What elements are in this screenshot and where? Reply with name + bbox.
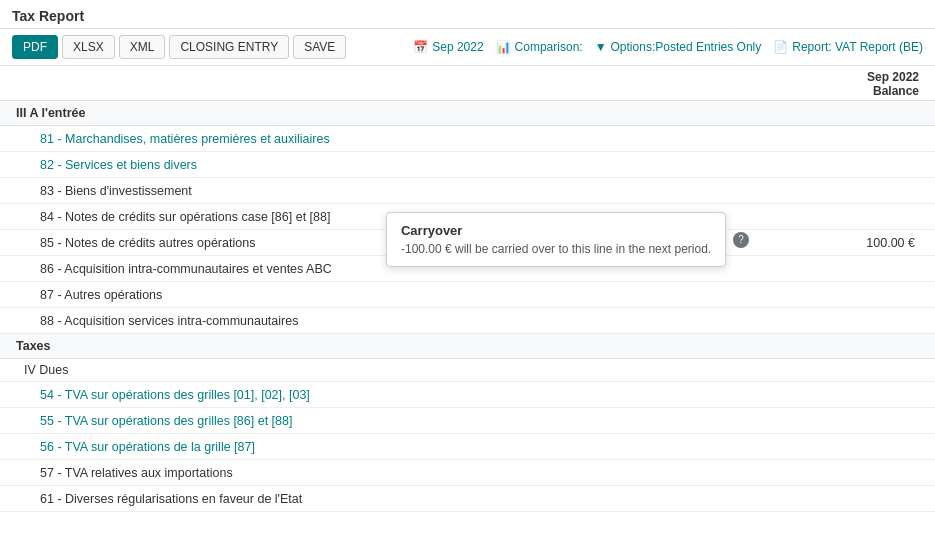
table-row: 84 - Notes de crédits sur opérations cas…	[0, 204, 935, 230]
window-title: Tax Report	[0, 0, 935, 29]
row-label-82: 82 - Services et biens divers	[40, 158, 819, 172]
table-row: 61 - Diverses régularisations en faveur …	[0, 486, 935, 512]
table-row: 88 - Acquisition services intra-communau…	[0, 308, 935, 334]
table-row: 54 - TVA sur opérations des grilles [01]…	[0, 382, 935, 408]
tooltip-title: Carryover	[401, 223, 711, 238]
row-value-85: 100.00 €	[819, 236, 919, 250]
save-button[interactable]: SAVE	[293, 35, 346, 59]
section-a-entree: III A l'entrée 81 - Marchandises, matièr…	[0, 101, 935, 334]
chart-icon: 📊	[496, 40, 511, 54]
date-picker[interactable]: 📅 Sep 2022	[413, 40, 483, 54]
row-label-57: 57 - TVA relatives aux importations	[40, 466, 819, 480]
toolbar: PDF XLSX XML CLOSING ENTRY SAVE 📅 Sep 20…	[0, 29, 935, 66]
options-button[interactable]: ▼ Options:Posted Entries Only	[595, 40, 762, 54]
report-button[interactable]: 📄 Report: VAT Report (BE)	[773, 40, 923, 54]
table-row: 55 - TVA sur opérations des grilles [86]…	[0, 408, 935, 434]
row-label-54: 54 - TVA sur opérations des grilles [01]…	[40, 388, 819, 402]
row-label-55: 55 - TVA sur opérations des grilles [86]…	[40, 414, 819, 428]
tooltip-body: -100.00 € will be carried over to this l…	[401, 242, 711, 256]
xml-button[interactable]: XML	[119, 35, 166, 59]
toolbar-right: 📅 Sep 2022 📊 Comparison: ▼ Options:Poste…	[413, 40, 923, 54]
row-link-55[interactable]: 55 - TVA sur opérations des grilles [86]…	[40, 414, 292, 428]
row-link-54[interactable]: 54 - TVA sur opérations des grilles [01]…	[40, 388, 310, 402]
row-label-81: 81 - Marchandises, matières premières et…	[40, 132, 819, 146]
column-headers: Sep 2022 Balance	[0, 66, 935, 101]
carryover-tooltip: Carryover -100.00 € will be carried over…	[386, 212, 726, 267]
row-link-82[interactable]: 82 - Services et biens divers	[40, 158, 197, 172]
table-row: 81 - Marchandises, matières premières et…	[0, 126, 935, 152]
row-label-88: 88 - Acquisition services intra-communau…	[40, 314, 819, 328]
closing-entry-button[interactable]: CLOSING ENTRY	[169, 35, 289, 59]
row-label-56: 56 - TVA sur opérations de la grille [87…	[40, 440, 819, 454]
table-row: 56 - TVA sur opérations de la grille [87…	[0, 434, 935, 460]
table-row: 63 - TVA à reverser sur notes de crédit …	[0, 512, 935, 520]
subsection-iv-dues: IV Dues	[0, 359, 935, 382]
table-row: 83 - Biens d'investissement	[0, 178, 935, 204]
row-value-63: 21.00 €	[819, 518, 919, 521]
table-row: 87 - Autres opérations	[0, 282, 935, 308]
row-label-63: 63 - TVA à reverser sur notes de crédit …	[40, 518, 819, 521]
row-label-87: 87 - Autres opérations	[40, 288, 819, 302]
section-iii-header: III A l'entrée	[0, 101, 935, 126]
comparison-button[interactable]: 📊 Comparison:	[496, 40, 583, 54]
report-icon: 📄	[773, 40, 788, 54]
row-label-83: 83 - Biens d'investissement	[40, 184, 819, 198]
filter-icon: ▼	[595, 40, 607, 54]
balance-column-header: Sep 2022 Balance	[819, 70, 919, 98]
table-row: 57 - TVA relatives aux importations	[0, 460, 935, 486]
pdf-button[interactable]: PDF	[12, 35, 58, 59]
table-row: 82 - Services et biens divers	[0, 152, 935, 178]
row-link-56[interactable]: 56 - TVA sur opérations de la grille [87…	[40, 440, 255, 454]
xlsx-button[interactable]: XLSX	[62, 35, 115, 59]
help-icon[interactable]: ?	[733, 232, 749, 248]
row-label-61: 61 - Diverses régularisations en faveur …	[40, 492, 819, 506]
report-content: Sep 2022 Balance III A l'entrée 81 - Mar…	[0, 66, 935, 520]
section-taxes-header: Taxes	[0, 334, 935, 359]
row-link-81[interactable]: 81 - Marchandises, matières premières et…	[40, 132, 330, 146]
calendar-icon: 📅	[413, 40, 428, 54]
